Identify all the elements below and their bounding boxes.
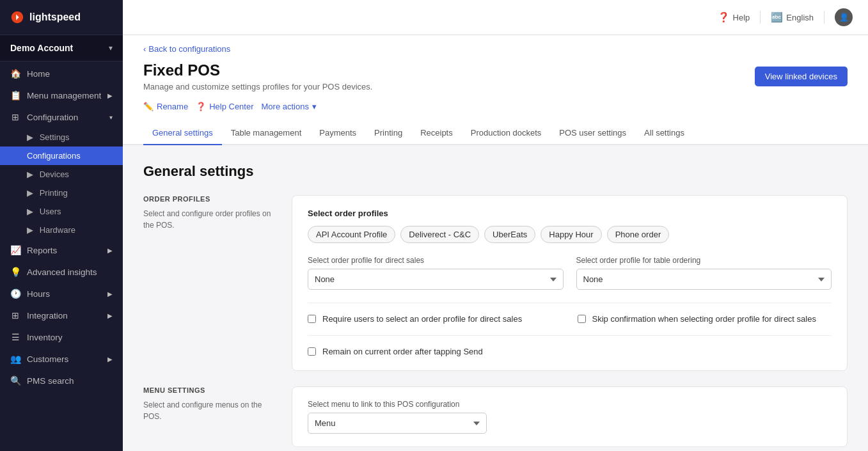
profile-tag-happy-hour[interactable]: Happy Hour bbox=[541, 226, 601, 243]
breadcrumb-region: ‹ Back to configurations bbox=[123, 35, 868, 54]
help-icon: ❓ bbox=[718, 12, 730, 23]
rename-button[interactable]: ✏️ Rename bbox=[143, 99, 188, 114]
sidebar-item-label: Hours bbox=[27, 289, 50, 299]
insights-icon: 💡 bbox=[10, 267, 20, 277]
expand-icon: ▶ bbox=[107, 312, 113, 319]
sidebar-item-hours[interactable]: 🕐 Hours ▶ bbox=[0, 283, 123, 305]
breadcrumb-text: Back to configurations bbox=[148, 44, 230, 54]
require-profile-checkbox[interactable] bbox=[308, 315, 316, 323]
brand-name: lightspeed bbox=[29, 12, 81, 23]
help-label: Help bbox=[733, 13, 750, 22]
sidebar-item-label: Menu management bbox=[27, 91, 101, 100]
sidebar-item-home[interactable]: 🏠 Home bbox=[0, 63, 123, 84]
sidebar-item-configurations[interactable]: Configurations bbox=[0, 146, 123, 165]
order-profiles-row: ORDER PROFILES Select and configure orde… bbox=[143, 195, 848, 371]
menu-settings-label: MENU SETTINGS Select and configure menus… bbox=[143, 386, 271, 447]
sidebar-item-integration[interactable]: ⊞ Integration ▶ bbox=[0, 305, 123, 326]
account-selector[interactable]: Demo Account ▾ bbox=[0, 35, 123, 61]
home-icon: 🏠 bbox=[10, 68, 20, 79]
sidebar-item-hardware[interactable]: ▶ Hardware bbox=[0, 221, 123, 239]
breadcrumb-link[interactable]: ‹ Back to configurations bbox=[143, 44, 848, 54]
users-expand-icon: ▶ bbox=[27, 207, 33, 216]
table-ordering-select[interactable]: None bbox=[576, 269, 832, 290]
sidebar-item-advanced-insights[interactable]: 💡 Advanced insights bbox=[0, 261, 123, 283]
language-icon: 🔤 bbox=[771, 12, 783, 23]
back-arrow-icon: ‹ bbox=[143, 44, 146, 54]
help-center-button[interactable]: ❓ Help Center bbox=[196, 99, 253, 114]
sidebar-item-printing[interactable]: ▶ Printing bbox=[0, 184, 123, 202]
sidebar-item-label: Home bbox=[27, 69, 50, 79]
order-profiles-desc: Select and configure order profiles on t… bbox=[143, 208, 271, 231]
page-title: Fixed POS bbox=[143, 61, 372, 79]
table-ordering-group: Select order profile for table ordering … bbox=[576, 256, 832, 290]
sidebar-item-reports[interactable]: 📈 Reports ▶ bbox=[0, 239, 123, 261]
customers-icon: 👥 bbox=[10, 354, 20, 364]
menu-select[interactable]: Menu bbox=[308, 413, 487, 434]
sidebar-item-configuration[interactable]: ⊞ Configuration ▾ bbox=[0, 106, 123, 128]
page-subtitle: Manage and customize settings profiles f… bbox=[143, 82, 372, 91]
reports-icon: 📈 bbox=[10, 245, 20, 255]
remain-order-checkbox[interactable] bbox=[308, 347, 316, 356]
settings-content: General settings ORDER PROFILES Select a… bbox=[123, 145, 868, 451]
profile-tag-phone-order[interactable]: Phone order bbox=[607, 226, 670, 243]
hours-icon: 🕐 bbox=[10, 289, 20, 299]
table-ordering-label: Select order profile for table ordering bbox=[576, 256, 832, 265]
divider-2 bbox=[308, 335, 832, 336]
remain-order-label: Remain on current order after tapping Se… bbox=[322, 346, 483, 358]
sidebar-item-inventory[interactable]: ☰ Inventory bbox=[0, 326, 123, 348]
sidebar-item-label: Configurations bbox=[27, 151, 81, 161]
sidebar-item-devices[interactable]: ▶ Devices bbox=[0, 165, 123, 184]
brand-logo[interactable]: lightspeed bbox=[0, 0, 123, 35]
menu-settings-heading: MENU SETTINGS bbox=[143, 386, 271, 394]
user-icon: 👤 bbox=[839, 13, 849, 22]
tab-all-settings[interactable]: All settings bbox=[635, 122, 693, 145]
order-profile-selects: Select order profile for direct sales No… bbox=[308, 256, 832, 290]
expand-icon: ▶ bbox=[107, 356, 113, 363]
order-profiles-heading: ORDER PROFILES bbox=[143, 195, 271, 203]
tab-general-settings[interactable]: General settings bbox=[143, 122, 222, 145]
direct-sales-group: Select order profile for direct sales No… bbox=[308, 256, 564, 290]
hardware-expand-icon: ▶ bbox=[27, 225, 33, 235]
tab-printing[interactable]: Printing bbox=[365, 122, 411, 145]
tab-receipts[interactable]: Receipts bbox=[411, 122, 462, 145]
checkbox-group-1: Require users to select an order profile… bbox=[308, 313, 832, 325]
require-profile-row: Require users to select an order profile… bbox=[308, 313, 562, 325]
direct-sales-select[interactable]: None bbox=[308, 269, 564, 290]
topbar-separator bbox=[760, 11, 761, 24]
tab-production-dockets[interactable]: Production dockets bbox=[462, 122, 551, 145]
sidebar-item-label: Printing bbox=[40, 188, 68, 198]
account-chevron-icon: ▾ bbox=[109, 44, 113, 52]
view-linked-devices-button[interactable]: View linked devices bbox=[755, 67, 848, 86]
require-profile-label: Require users to select an order profile… bbox=[322, 313, 522, 325]
menu-icon: 📋 bbox=[10, 90, 20, 100]
profile-tag-deliverect[interactable]: Deliverect - C&C bbox=[400, 226, 479, 243]
sidebar-item-label: Configuration bbox=[27, 113, 78, 122]
sidebar-item-users[interactable]: ▶ Users bbox=[0, 202, 123, 221]
pms-icon: 🔍 bbox=[10, 376, 20, 386]
sidebar-item-pms-search[interactable]: 🔍 PMS search bbox=[0, 370, 123, 392]
more-actions-button[interactable]: More actions ▾ bbox=[262, 99, 317, 114]
menu-settings-panel: Select menu to link to this POS configur… bbox=[292, 386, 848, 447]
sidebar-nav: 🏠 Home 📋 Menu management ▶ ⊞ Configurati… bbox=[0, 63, 123, 392]
printing-expand-icon: ▶ bbox=[27, 188, 33, 198]
tab-table-management[interactable]: Table management bbox=[222, 122, 311, 145]
help-button[interactable]: ❓ Help bbox=[718, 12, 750, 23]
order-profiles-panel: Select order profiles API Account Profil… bbox=[292, 195, 848, 371]
expand-icon: ▶ bbox=[107, 92, 113, 99]
profile-tag-api[interactable]: API Account Profile bbox=[308, 226, 395, 243]
sidebar-item-menu-management[interactable]: 📋 Menu management ▶ bbox=[0, 84, 123, 106]
user-avatar[interactable]: 👤 bbox=[835, 8, 853, 26]
tab-pos-user-settings[interactable]: POS user settings bbox=[550, 122, 635, 145]
skip-confirmation-checkbox[interactable] bbox=[578, 315, 586, 323]
menu-select-group: Select menu to link to this POS configur… bbox=[308, 400, 487, 434]
sidebar-item-label: Users bbox=[40, 207, 61, 216]
rename-icon: ✏️ bbox=[143, 102, 154, 111]
language-selector[interactable]: 🔤 English bbox=[771, 12, 814, 23]
page-header: Fixed POS Manage and customize settings … bbox=[123, 54, 868, 122]
sidebar-item-label: Settings bbox=[40, 132, 70, 142]
profile-tag-ubereats[interactable]: UberEats bbox=[484, 226, 535, 243]
sidebar-item-customers[interactable]: 👥 Customers ▶ bbox=[0, 348, 123, 370]
tab-payments[interactable]: Payments bbox=[310, 122, 365, 145]
sidebar-item-settings[interactable]: ▶ Settings bbox=[0, 128, 123, 146]
main-wrapper: ❓ Help 🔤 English 👤 ‹ Back to configurati… bbox=[123, 0, 868, 451]
